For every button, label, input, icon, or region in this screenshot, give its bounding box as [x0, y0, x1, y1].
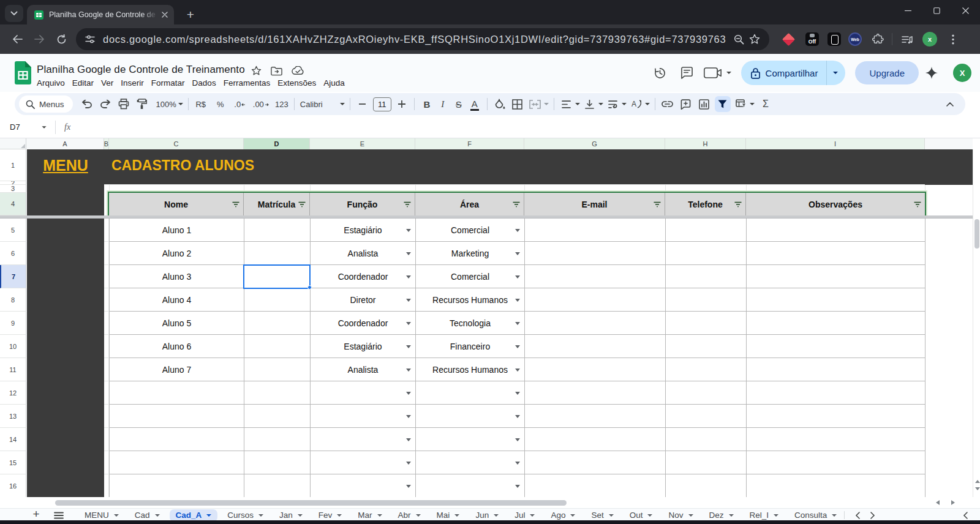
menu-ferramentas[interactable]: Ferramentas — [222, 77, 273, 89]
functions-sigma-button[interactable]: Σ — [758, 96, 774, 112]
filter-funnel-icon[interactable] — [403, 200, 412, 209]
cell-email-5[interactable] — [525, 219, 666, 242]
print-button[interactable] — [116, 96, 132, 112]
window-maximize-button[interactable] — [922, 0, 951, 21]
cell-matricula-11[interactable] — [244, 358, 311, 381]
cell-email-6[interactable] — [525, 242, 666, 265]
cell-funcao-16[interactable] — [311, 474, 416, 497]
table-header-telefone[interactable]: Telefone — [665, 193, 746, 215]
cell-email-10[interactable] — [525, 335, 666, 358]
menu-arquivo[interactable]: Arquivo — [35, 77, 67, 89]
redo-button[interactable] — [97, 96, 113, 112]
cloud-saved-icon[interactable] — [292, 66, 304, 75]
select-all-corner[interactable] — [0, 138, 26, 149]
row-header-11[interactable]: 11 — [0, 358, 26, 381]
cell-area-11[interactable]: Recursos Humanos — [416, 358, 525, 381]
meet-camera-icon[interactable] — [701, 60, 735, 86]
filter-funnel-icon[interactable] — [653, 200, 662, 209]
cell-matricula-13[interactable] — [244, 405, 311, 428]
cell-observacoes-16[interactable] — [747, 474, 925, 497]
filter-funnel-icon[interactable] — [512, 200, 521, 209]
cell-observacoes-12[interactable] — [747, 381, 925, 405]
dropdown-arrow-icon[interactable] — [515, 369, 520, 372]
column-header-I[interactable]: I — [746, 138, 925, 149]
cell-area-5[interactable]: Comercial — [416, 219, 525, 242]
toolbar-collapse-icon[interactable] — [942, 96, 958, 112]
cell-email-13[interactable] — [525, 405, 666, 428]
cell-telefone-6[interactable] — [666, 242, 747, 265]
row-header-14[interactable]: 14 — [0, 428, 26, 451]
cell-email-12[interactable] — [525, 381, 666, 405]
sheets-logo-icon[interactable] — [15, 61, 31, 84]
gemini-sparkle-icon[interactable] — [919, 60, 944, 86]
media-controls-icon[interactable] — [899, 32, 914, 47]
cell-funcao-12[interactable] — [311, 381, 416, 405]
row-header-15[interactable]: 15 — [0, 451, 26, 474]
sheet-tab-nov[interactable]: Nov — [662, 509, 699, 522]
extension-red-icon[interactable] — [782, 32, 795, 45]
sheet-tab-consulta[interactable]: Consulta — [788, 509, 843, 522]
column-header-G[interactable]: G — [524, 138, 665, 149]
vertical-scrollbar[interactable] — [973, 149, 980, 497]
menu-dados[interactable]: Dados — [190, 77, 218, 89]
row-header-6[interactable]: 6 — [0, 242, 26, 265]
dropdown-arrow-icon[interactable] — [406, 229, 411, 232]
zoom-select[interactable]: 100% — [155, 96, 178, 112]
tabs-scroll-left-icon[interactable] — [855, 512, 860, 519]
cell-observacoes-8[interactable] — [747, 288, 925, 312]
scroll-left-icon[interactable] — [936, 500, 940, 505]
cell-area-8[interactable]: Recursos Humanos — [416, 288, 525, 312]
menu-ajuda[interactable]: Ajuda — [322, 77, 347, 89]
version-history-icon[interactable] — [647, 60, 674, 86]
decrease-decimal-button[interactable]: .0 — [232, 96, 248, 112]
cell-nome-11[interactable]: Aluno 7 — [110, 358, 244, 381]
window-minimize-button[interactable] — [894, 0, 922, 21]
cell-funcao-13[interactable] — [311, 405, 416, 428]
cell-telefone-16[interactable] — [666, 474, 747, 497]
all-sheets-button[interactable] — [54, 512, 64, 519]
cell-email-14[interactable] — [525, 428, 666, 451]
dropdown-arrow-icon[interactable] — [515, 252, 520, 255]
sheet-tab-out[interactable]: Out — [624, 509, 659, 522]
sheet-tab-jan[interactable]: Jan — [273, 509, 309, 522]
dropdown-arrow-icon[interactable] — [406, 438, 411, 441]
horizontal-align-button[interactable] — [559, 96, 575, 112]
cell-telefone-12[interactable] — [666, 381, 747, 405]
cell-email-9[interactable] — [525, 312, 666, 335]
dropdown-arrow-icon[interactable] — [515, 485, 520, 488]
cell-funcao-6[interactable]: Analista — [311, 242, 416, 265]
cell-area-13[interactable] — [416, 405, 525, 428]
share-button-main[interactable]: Compartilhar — [741, 61, 827, 85]
cell-nome-16[interactable] — [110, 474, 244, 497]
column-header-A[interactable]: A — [26, 138, 104, 149]
column-header-E[interactable]: E — [310, 138, 415, 149]
account-avatar[interactable]: X — [953, 64, 971, 82]
sheet-tab-ago[interactable]: Ago — [545, 509, 581, 522]
sheet-tab-cad[interactable]: Cad — [129, 509, 166, 522]
increase-font-size-button[interactable] — [394, 96, 410, 112]
sheet-tab-abr[interactable]: Abr — [392, 509, 427, 522]
filter-funnel-icon[interactable] — [298, 200, 306, 209]
cell-telefone-5[interactable] — [666, 219, 747, 242]
font-family-select[interactable]: Calibri — [299, 96, 333, 112]
dropdown-arrow-icon[interactable] — [406, 252, 411, 255]
cell-matricula-10[interactable] — [244, 335, 311, 358]
dropdown-arrow-icon[interactable] — [406, 392, 411, 395]
dropdown-arrow-icon[interactable] — [515, 462, 520, 465]
cell-observacoes-7[interactable] — [747, 265, 925, 288]
cell-funcao-15[interactable] — [311, 451, 416, 474]
cell-funcao-14[interactable] — [311, 428, 416, 451]
cell-area-12[interactable] — [416, 381, 525, 405]
cell-telefone-11[interactable] — [666, 358, 747, 381]
row-header-8[interactable]: 8 — [0, 288, 26, 312]
cell-email-11[interactable] — [525, 358, 666, 381]
cell-telefone-7[interactable] — [666, 265, 747, 288]
profile-avatar[interactable]: x — [922, 32, 937, 47]
borders-button[interactable] — [510, 96, 526, 112]
cell-observacoes-6[interactable] — [747, 242, 925, 265]
sheet-tab-dez[interactable]: Dez — [703, 509, 740, 522]
filter-funnel-icon[interactable] — [913, 200, 922, 209]
scroll-down-icon[interactable] — [975, 487, 980, 490]
cell-nome-6[interactable]: Aluno 2 — [110, 242, 244, 265]
menu-inserir[interactable]: Inserir — [119, 77, 146, 89]
